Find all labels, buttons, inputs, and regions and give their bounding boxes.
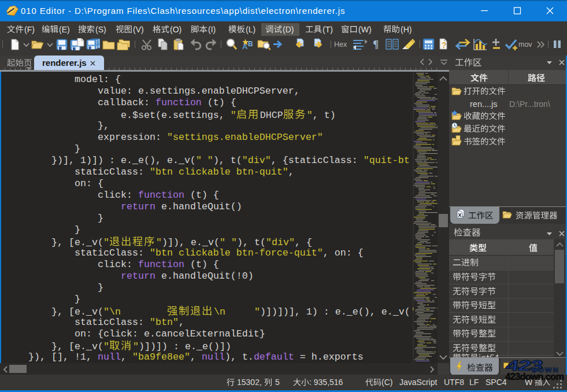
svg-text:¶: ¶ bbox=[373, 39, 379, 50]
svg-text:423down.com: 423down.com bbox=[505, 371, 564, 382]
svg-text:A: A bbox=[242, 42, 248, 50]
svg-text:B: B bbox=[248, 40, 253, 48]
svg-text:?: ? bbox=[442, 40, 447, 50]
